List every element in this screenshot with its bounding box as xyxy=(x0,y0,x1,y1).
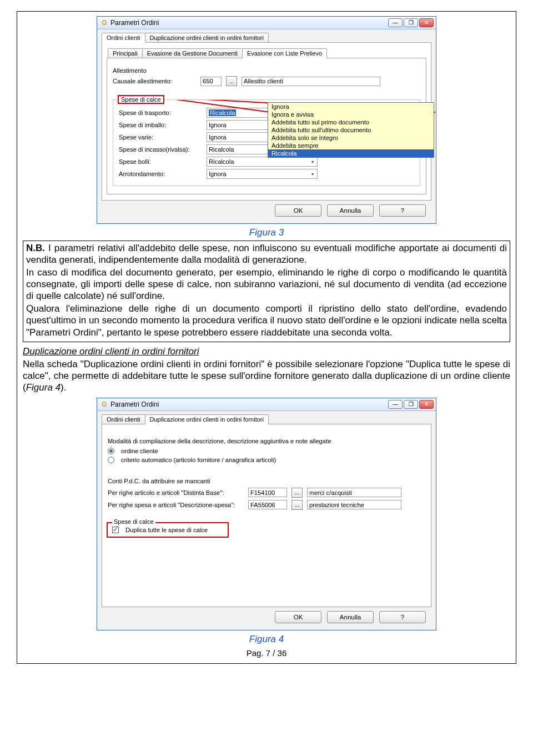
combobox-value: Ignora xyxy=(209,134,227,141)
causale-label: Causale allestimento: xyxy=(113,78,196,84)
outer-tab-panel: Modalità di compilazione della descrizio… xyxy=(102,424,431,607)
righe-spesa-label: Per righe spesa e articoli "Descrizione-… xyxy=(108,502,244,508)
minimize-button[interactable]: — xyxy=(388,400,403,409)
allestimento-group: Allestimento Causale allestimento: ... xyxy=(113,66,420,92)
dropdown-option[interactable]: Addebita tutto sul primo documento xyxy=(268,118,434,126)
inner-tab-panel: Allestimento Causale allestimento: ... S… xyxy=(107,58,426,194)
parametri-ordini-dialog-2: G Parametri Ordini — ❐ ✕ Ordini clienti … xyxy=(97,398,436,630)
tab-duplicazione[interactable]: Duplicazione ordini clienti in ordini fo… xyxy=(145,414,269,424)
note-box: N.B. I parametri relativi all'addebito d… xyxy=(23,241,510,342)
allestimento-group-label: Allestimento xyxy=(113,67,420,74)
spese-row-label: Spese di trasporto: xyxy=(119,109,202,116)
note-p2: In caso di modifica del documento genera… xyxy=(26,267,507,302)
radio-icon xyxy=(108,457,114,463)
spese-row-label: Spese di imballo: xyxy=(119,122,202,128)
righe-articolo-desc-input[interactable] xyxy=(307,488,401,497)
subtab-label: Evasione con Liste Prelievo xyxy=(247,50,322,57)
righe-spesa-desc-input[interactable] xyxy=(307,500,401,509)
righe-articolo-row: Per righe articolo e articoli "Distinta … xyxy=(108,488,425,498)
spese-calce-highlight-box: Spese di calce Duplica tutte le spese di… xyxy=(107,522,229,538)
spese-trasporto-dropdown-list[interactable]: IgnoraIgnora e avvisaAddebita tutto sul … xyxy=(268,102,434,158)
checkbox-label: Duplica tutte le spese di calce xyxy=(125,527,208,533)
combobox-value: Ricalcola xyxy=(209,146,234,153)
radio-criterio-automatico[interactable]: criterio automatico (articolo fornitore … xyxy=(108,457,425,463)
ok-button[interactable]: OK xyxy=(275,204,321,217)
causale-lookup-button[interactable]: ... xyxy=(226,76,237,86)
tab-duplicazione[interactable]: Duplicazione ordini clienti in ordini fo… xyxy=(145,33,269,43)
subtab-evasione-liste[interactable]: Evasione con Liste Prelievo xyxy=(242,48,327,58)
dropdown-option[interactable]: Addebita sempre xyxy=(268,142,434,149)
righe-articolo-lookup-button[interactable]: ... xyxy=(291,488,303,498)
close-button[interactable]: ✕ xyxy=(419,400,434,409)
app-icon: G xyxy=(100,400,108,408)
combobox-value: Ricalcola xyxy=(209,158,234,165)
righe-spesa-code-input[interactable] xyxy=(248,500,287,509)
spese-combobox[interactable]: Ignora▾ xyxy=(207,169,318,179)
radio-label: ordine cliente xyxy=(121,448,158,454)
tab-ordini-clienti[interactable]: Ordini clienti xyxy=(102,33,145,43)
righe-spesa-lookup-button[interactable]: ... xyxy=(291,500,303,510)
modalita-group-label: Modalità di compilazione della descrizio… xyxy=(108,438,425,444)
radio-icon xyxy=(108,448,114,454)
section-p1b: ). xyxy=(61,382,66,393)
note-lead: N.B. xyxy=(26,243,45,253)
dropdown-option[interactable]: Addebita tutto sull'ultimo documento xyxy=(268,126,434,134)
maximize-button[interactable]: ❐ xyxy=(404,18,418,27)
ok-button[interactable]: OK xyxy=(275,611,321,623)
conti-pdc-group: Conti P.d.C. da attribuire se mancanti P… xyxy=(107,475,426,514)
section-p1a: Nella scheda "Duplicazione ordini client… xyxy=(23,359,510,393)
dialog-footer: OK Annulla ? xyxy=(102,201,431,219)
titlebar: G Parametri Ordini — ❐ ✕ xyxy=(97,17,436,29)
tab-ordini-clienti[interactable]: Ordini clienti xyxy=(102,414,145,424)
cancel-button[interactable]: Annulla xyxy=(327,204,374,217)
subtab-principali[interactable]: Principali xyxy=(108,48,143,58)
dropdown-option[interactable]: Addebita solo se integro xyxy=(268,134,434,142)
radio-ordine-cliente[interactable]: ordine cliente xyxy=(108,448,425,454)
titlebar: G Parametri Ordini — ❐ ✕ xyxy=(97,398,436,411)
section-heading: Duplicazione ordini clienti in ordini fo… xyxy=(23,346,510,357)
app-icon: G xyxy=(100,19,108,27)
spese-calce-group-label: Spese di calce xyxy=(118,95,164,104)
subtab-label: Principali xyxy=(113,50,138,57)
minimize-button[interactable]: — xyxy=(388,18,403,27)
subtab-evasione-gestione[interactable]: Evasione da Gestione Documenti xyxy=(142,48,243,58)
body-section: Duplicazione ordini clienti in ordini fo… xyxy=(23,346,510,393)
dropdown-option[interactable]: Ricalcola xyxy=(268,149,434,157)
outer-tab-strip: Ordini clienti Duplicazione ordini clien… xyxy=(102,33,431,43)
parametri-ordini-dialog-1: G Parametri Ordini — ❐ ✕ Ordini clienti … xyxy=(97,16,436,224)
close-button[interactable]: ✕ xyxy=(419,18,434,27)
spese-row-label: Spese bolli: xyxy=(119,158,202,165)
dropdown-option[interactable]: Ignora xyxy=(268,103,434,111)
spese-combobox[interactable]: Ricalcola▾ xyxy=(207,157,318,167)
checkbox-icon xyxy=(112,527,119,533)
outer-tab-panel: Principali Evasione da Gestione Document… xyxy=(102,42,431,201)
help-button[interactable]: ? xyxy=(379,611,426,623)
spese-calce-box-title: Spese di calce xyxy=(112,518,155,525)
righe-articolo-label: Per righe articolo e articoli "Distinta … xyxy=(108,489,244,496)
combobox-value: Ignora xyxy=(209,122,227,128)
maximize-button[interactable]: ❐ xyxy=(404,400,418,409)
radio-label: criterio automatico (articolo fornitore … xyxy=(121,457,276,463)
tab-label: Duplicazione ordini clienti in ordini fo… xyxy=(150,416,264,423)
page-number: Pag. 7 / 36 xyxy=(23,648,510,658)
inner-tab-strip: Principali Evasione da Gestione Document… xyxy=(108,48,426,58)
combobox-value: Ricalcola xyxy=(209,109,236,116)
righe-spesa-row: Per righe spesa e articoli "Descrizione-… xyxy=(108,500,425,510)
note-p3: Qualora l'eliminazione delle righe di un… xyxy=(26,303,507,338)
causale-desc-input[interactable] xyxy=(242,77,380,86)
window-title: Parametri Ordini xyxy=(110,400,159,408)
tab-label: Ordini clienti xyxy=(107,34,140,41)
window-title: Parametri Ordini xyxy=(110,19,159,27)
tab-label: Duplicazione ordini clienti in ordini fo… xyxy=(150,34,264,41)
conti-pdc-group-label: Conti P.d.C. da attribuire se mancanti xyxy=(108,478,425,484)
righe-articolo-code-input[interactable] xyxy=(248,488,287,497)
duplica-spese-checkbox[interactable]: Duplica tutte le spese di calce xyxy=(112,527,223,533)
help-button[interactable]: ? xyxy=(379,204,426,217)
outer-tab-strip: Ordini clienti Duplicazione ordini clien… xyxy=(102,414,431,424)
figure-4-reference: Figura 4 xyxy=(26,382,61,393)
dropdown-option[interactable]: Ignora e avvisa xyxy=(268,111,434,118)
figure-3-caption: Figura 3 xyxy=(23,227,510,238)
combobox-value: Ignora xyxy=(209,171,227,177)
causale-code-input[interactable] xyxy=(200,77,222,86)
cancel-button[interactable]: Annulla xyxy=(327,611,374,623)
